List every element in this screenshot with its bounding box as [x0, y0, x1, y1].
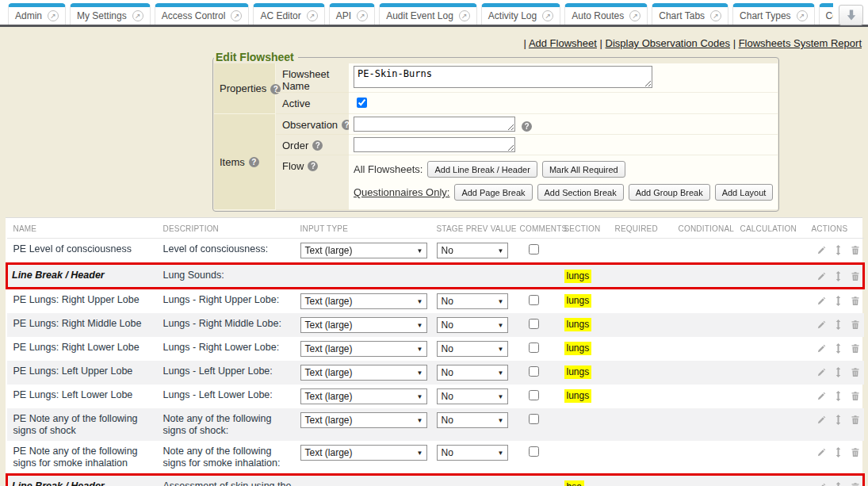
- input-type-select[interactable]: Text (large) ▼: [300, 365, 427, 381]
- move-updown-icon[interactable]: [834, 415, 843, 425]
- flow-button[interactable]: Add Line Break / Header: [427, 161, 537, 178]
- nav-tab[interactable]: Admin ↗: [8, 3, 66, 25]
- input-type-select[interactable]: Text (large) ▼: [300, 445, 427, 461]
- input-type-select[interactable]: Text (large) ▼: [300, 317, 427, 333]
- delete-trash-icon[interactable]: [851, 343, 860, 354]
- observation-label: Observation ?: [276, 114, 349, 135]
- flowsheet-name-input[interactable]: PE-Skin-Burns: [354, 66, 652, 88]
- toolbar-link[interactable]: Display Observation Codes: [606, 37, 731, 49]
- row-name: PE Note any of the following signs of sh…: [13, 413, 138, 436]
- comments-checkbox[interactable]: [529, 414, 539, 424]
- nav-tab[interactable]: My Settings ↗: [70, 3, 151, 25]
- delete-trash-icon[interactable]: [851, 296, 860, 306]
- table-row: PE Level of consciousness Level of consc…: [7, 239, 864, 264]
- move-updown-icon[interactable]: [834, 482, 843, 486]
- col-header-description: DESCRIPTION: [160, 218, 297, 239]
- nav-tab[interactable]: Auto Routes ↗: [564, 3, 648, 25]
- stage-prev-value-select[interactable]: No ▼: [437, 445, 508, 461]
- move-updown-icon[interactable]: [834, 271, 843, 281]
- table-row: Line Break / Header Assessment of skin u…: [7, 475, 864, 486]
- observation-input[interactable]: [354, 117, 515, 132]
- move-updown-icon[interactable]: [834, 296, 843, 306]
- nav-tab[interactable]: Chart Types ↗: [732, 3, 814, 25]
- edit-pencil-icon[interactable]: [816, 246, 826, 255]
- stage-prev-value-select[interactable]: No ▼: [437, 317, 508, 333]
- delete-trash-icon[interactable]: [851, 391, 860, 401]
- comments-checkbox[interactable]: [529, 295, 539, 305]
- nav-tab[interactable]: Access Control ↗: [155, 3, 250, 25]
- flow-button[interactable]: Add Layout: [715, 184, 774, 201]
- edit-pencil-icon[interactable]: [816, 415, 826, 425]
- delete-trash-icon[interactable]: [851, 367, 860, 377]
- stage-prev-value-select[interactable]: No ▼: [437, 365, 508, 381]
- move-updown-icon[interactable]: [834, 391, 843, 401]
- edit-flowsheet-fieldset: Edit Flowsheet Properties ? Items ? Flow…: [212, 51, 779, 212]
- stage-prev-value: No: [442, 415, 453, 427]
- stage-prev-value-select[interactable]: No ▼: [437, 243, 508, 258]
- input-type-value: Text (large): [305, 447, 353, 459]
- comments-checkbox[interactable]: [529, 390, 539, 400]
- input-type-select[interactable]: Text (large) ▼: [300, 412, 427, 428]
- delete-trash-icon[interactable]: [851, 271, 860, 281]
- comments-checkbox[interactable]: [529, 446, 539, 457]
- edit-pencil-icon[interactable]: [816, 448, 826, 457]
- nav-tab[interactable]: AC Editor ↗: [253, 3, 324, 25]
- comments-checkbox[interactable]: [529, 366, 539, 377]
- comments-checkbox[interactable]: [529, 342, 539, 353]
- move-updown-icon[interactable]: [834, 367, 843, 377]
- flow-button[interactable]: Add Section Break: [537, 184, 624, 201]
- help-icon[interactable]: ?: [308, 161, 318, 171]
- help-icon[interactable]: ?: [522, 121, 532, 132]
- help-icon[interactable]: ?: [249, 157, 259, 167]
- external-link-icon: ↗: [48, 10, 59, 21]
- delete-trash-icon[interactable]: [851, 482, 860, 486]
- comments-checkbox[interactable]: [529, 244, 539, 254]
- edit-pencil-icon[interactable]: [816, 297, 826, 306]
- stage-prev-value-select[interactable]: No ▼: [437, 341, 508, 357]
- select-caret-icon: ▼: [498, 415, 504, 427]
- move-updown-icon[interactable]: [834, 320, 843, 330]
- table-row: PE Lungs: Left Upper Lobe Lungs - Left U…: [7, 361, 864, 385]
- stage-prev-value-select[interactable]: No ▼: [437, 293, 508, 309]
- move-updown-icon[interactable]: [834, 447, 843, 457]
- select-caret-icon: ▼: [498, 320, 504, 331]
- toolbar-link[interactable]: Flowsheets System Report: [739, 37, 862, 49]
- input-type-select[interactable]: Text (large) ▼: [300, 341, 427, 357]
- external-link-icon: ↗: [231, 10, 242, 21]
- help-icon[interactable]: ?: [312, 140, 323, 151]
- delete-trash-icon[interactable]: [851, 245, 860, 255]
- input-type-select[interactable]: Text (large) ▼: [300, 388, 427, 404]
- move-updown-icon[interactable]: [834, 343, 843, 354]
- input-type-select[interactable]: Text (large) ▼: [300, 293, 427, 309]
- delete-trash-icon[interactable]: [851, 415, 860, 425]
- nav-tab[interactable]: Audit Event Log ↗: [379, 3, 477, 25]
- active-checkbox[interactable]: [357, 98, 367, 108]
- input-type-value: Text (large): [305, 367, 353, 379]
- flow-button[interactable]: Add Group Break: [629, 184, 710, 201]
- delete-trash-icon[interactable]: [851, 447, 860, 457]
- col-header-comments: COMMENTS: [517, 218, 561, 239]
- edit-pencil-icon[interactable]: [816, 392, 826, 401]
- stage-prev-value-select[interactable]: No ▼: [437, 388, 508, 404]
- edit-pencil-icon[interactable]: [816, 344, 826, 354]
- order-input[interactable]: [354, 137, 515, 152]
- toolbar-link[interactable]: Add Flowsheet: [529, 37, 597, 49]
- delete-trash-icon[interactable]: [851, 320, 860, 330]
- move-updown-icon[interactable]: [834, 245, 843, 255]
- nav-tab[interactable]: Colors ↗: [819, 3, 833, 25]
- stage-prev-value-select[interactable]: No ▼: [437, 412, 508, 428]
- nav-tab[interactable]: Activity Log ↗: [481, 3, 560, 25]
- edit-pencil-icon[interactable]: [816, 320, 826, 330]
- input-type-select[interactable]: Text (large) ▼: [300, 243, 427, 258]
- edit-pencil-icon[interactable]: [816, 272, 826, 281]
- edit-pencil-icon[interactable]: [816, 368, 826, 377]
- edit-pencil-icon[interactable]: [816, 483, 826, 486]
- flow-button[interactable]: Mark All Required: [542, 161, 625, 178]
- nav-tab[interactable]: Chart Tabs ↗: [652, 3, 728, 25]
- external-link-icon: ↗: [629, 10, 640, 21]
- nav-tab[interactable]: API ↗: [329, 3, 375, 25]
- comments-checkbox[interactable]: [529, 319, 539, 329]
- section-badge: lungs: [564, 270, 592, 283]
- tab-overflow-button[interactable]: [839, 5, 863, 25]
- flow-button[interactable]: Add Page Break: [454, 184, 532, 201]
